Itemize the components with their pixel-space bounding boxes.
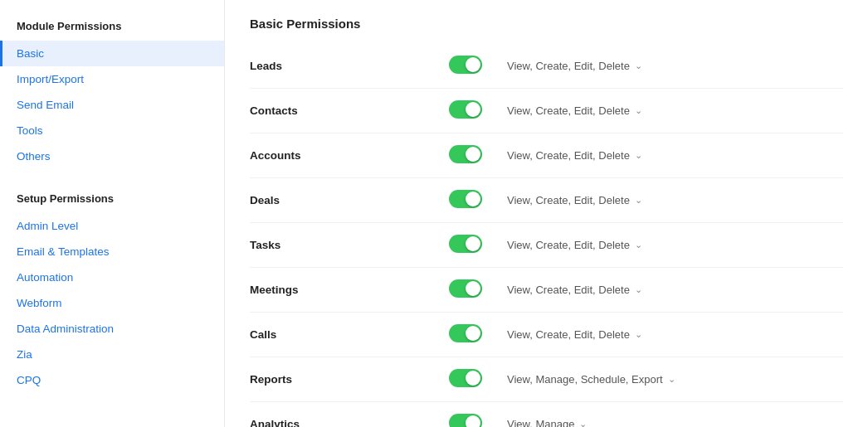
setup-permissions-title: Setup Permissions xyxy=(0,186,224,213)
chevron-down-icon[interactable]: ⌄ xyxy=(635,195,642,206)
permission-toggle-deals[interactable] xyxy=(449,190,482,208)
permission-label-accounts: Accounts xyxy=(250,149,449,162)
permission-text-accounts: View, Create, Edit, Delete⌄ xyxy=(507,149,642,162)
permission-label-tasks: Tasks xyxy=(250,239,449,251)
chevron-down-icon[interactable]: ⌄ xyxy=(635,105,642,116)
sidebar-item-send-email[interactable]: Send Email xyxy=(0,92,224,118)
permission-text-meetings: View, Create, Edit, Delete⌄ xyxy=(507,284,642,296)
permission-text-contacts: View, Create, Edit, Delete⌄ xyxy=(507,104,642,117)
main-content: Basic Permissions LeadsView, Create, Edi… xyxy=(225,0,868,427)
permission-text-value-deals: View, Create, Edit, Delete xyxy=(507,194,630,206)
permission-label-calls: Calls xyxy=(250,328,449,341)
sidebar-item-others[interactable]: Others xyxy=(0,143,224,169)
main-title: Basic Permissions xyxy=(250,17,843,31)
sidebar-item-automation[interactable]: Automation xyxy=(0,264,224,290)
permission-toggle-meetings[interactable] xyxy=(449,279,482,298)
sidebar: Module Permissions BasicImport/ExportSen… xyxy=(0,0,225,427)
chevron-down-icon[interactable]: ⌄ xyxy=(635,329,642,340)
chevron-down-icon[interactable]: ⌄ xyxy=(635,240,642,250)
permission-text-calls: View, Create, Edit, Delete⌄ xyxy=(507,328,642,341)
permission-row-reports: ReportsView, Manage, Schedule, Export⌄ xyxy=(250,357,843,402)
permission-toggle-tasks[interactable] xyxy=(449,235,482,253)
permission-toggle-contacts[interactable] xyxy=(449,100,482,119)
permission-text-value-contacts: View, Create, Edit, Delete xyxy=(507,104,630,117)
chevron-down-icon[interactable]: ⌄ xyxy=(635,61,642,71)
permission-text-reports: View, Manage, Schedule, Export⌄ xyxy=(507,373,675,386)
sidebar-item-cpq[interactable]: CPQ xyxy=(0,367,224,393)
permission-row-accounts: AccountsView, Create, Edit, Delete⌄ xyxy=(250,133,843,178)
permission-text-value-tasks: View, Create, Edit, Delete xyxy=(507,239,630,251)
permission-label-meetings: Meetings xyxy=(250,284,449,296)
permission-text-leads: View, Create, Edit, Delete⌄ xyxy=(507,60,642,72)
permission-toggle-accounts[interactable] xyxy=(449,145,482,163)
permission-text-value-meetings: View, Create, Edit, Delete xyxy=(507,284,630,296)
permission-label-reports: Reports xyxy=(250,373,449,386)
permission-label-deals: Deals xyxy=(250,194,449,206)
chevron-down-icon[interactable]: ⌄ xyxy=(635,284,642,295)
permission-toggle-analytics[interactable] xyxy=(449,414,482,427)
permission-text-value-leads: View, Create, Edit, Delete xyxy=(507,60,630,72)
permission-text-value-analytics: View, Manage xyxy=(507,418,574,427)
permission-label-leads: Leads xyxy=(250,60,449,72)
sidebar-item-admin-level[interactable]: Admin Level xyxy=(0,213,224,239)
permission-row-leads: LeadsView, Create, Edit, Delete⌄ xyxy=(250,44,843,89)
sidebar-item-email-templates[interactable]: Email & Templates xyxy=(0,239,224,264)
permission-label-contacts: Contacts xyxy=(250,104,449,117)
permission-row-analytics: AnalyticsView, Manage⌄ xyxy=(250,402,843,427)
sidebar-item-data-administration[interactable]: Data Administration xyxy=(0,316,224,342)
sidebar-item-tools[interactable]: Tools xyxy=(0,118,224,143)
sidebar-item-import-export[interactable]: Import/Export xyxy=(0,66,224,92)
permission-toggle-reports[interactable] xyxy=(449,369,482,387)
sidebar-item-zia[interactable]: Zia xyxy=(0,342,224,367)
permission-toggle-leads[interactable] xyxy=(449,56,482,74)
sidebar-item-webform[interactable]: Webform xyxy=(0,290,224,316)
permission-toggle-calls[interactable] xyxy=(449,324,482,342)
permission-text-analytics: View, Manage⌄ xyxy=(507,418,587,427)
chevron-down-icon[interactable]: ⌄ xyxy=(668,374,675,385)
permission-text-value-calls: View, Create, Edit, Delete xyxy=(507,328,630,341)
permission-row-deals: DealsView, Create, Edit, Delete⌄ xyxy=(250,178,843,223)
permission-row-contacts: ContactsView, Create, Edit, Delete⌄ xyxy=(250,89,843,133)
permission-row-calls: CallsView, Create, Edit, Delete⌄ xyxy=(250,313,843,357)
permission-text-deals: View, Create, Edit, Delete⌄ xyxy=(507,194,642,206)
permission-row-meetings: MeetingsView, Create, Edit, Delete⌄ xyxy=(250,268,843,313)
permission-text-value-accounts: View, Create, Edit, Delete xyxy=(507,149,630,162)
permission-text-value-reports: View, Manage, Schedule, Export xyxy=(507,373,663,386)
chevron-down-icon[interactable]: ⌄ xyxy=(635,150,642,161)
sidebar-item-basic[interactable]: Basic xyxy=(0,41,224,66)
permission-label-analytics: Analytics xyxy=(250,418,449,427)
chevron-down-icon[interactable]: ⌄ xyxy=(579,419,587,427)
permission-text-tasks: View, Create, Edit, Delete⌄ xyxy=(507,239,642,251)
module-permissions-title: Module Permissions xyxy=(0,13,224,41)
permission-row-tasks: TasksView, Create, Edit, Delete⌄ xyxy=(250,223,843,268)
